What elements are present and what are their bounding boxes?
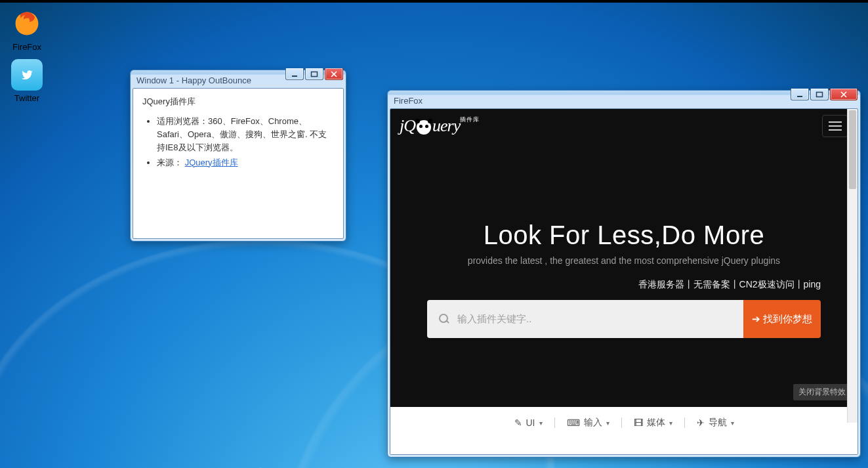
doc-bullet-prefix: 来源： [157, 158, 182, 167]
desktop-icon-label: FireFox [4, 42, 50, 52]
maximize-button[interactable] [305, 68, 323, 80]
menu-ui[interactable]: ✎ UI ▾ [503, 417, 554, 428]
chevron-down-icon: ▾ [669, 419, 672, 427]
titlebar[interactable]: FireFox [390, 93, 858, 108]
twitter-icon [11, 59, 43, 91]
search-placeholder: 输入插件关键字.. [457, 313, 531, 326]
menu-input[interactable]: ⌨ 输入 ▾ [555, 417, 621, 429]
hero: Look For Less,Do More provides the lates… [390, 143, 858, 266]
hero-title: Look For Less,Do More [390, 221, 858, 250]
hamburger-icon[interactable] [822, 115, 848, 137]
page-nav: jQuery 插件库 [390, 109, 858, 143]
search-button[interactable]: ➔ 找到你梦想 [743, 300, 821, 338]
window-title: FireFox [394, 96, 854, 106]
search-input[interactable]: 输入插件关键字.. [427, 300, 743, 338]
doc-link[interactable]: JQuery插件库 [185, 158, 238, 167]
film-icon: 🎞 [634, 417, 643, 428]
hero-area: jQuery 插件库 Look For Less,Do More provide… [390, 109, 858, 407]
window-firefox[interactable]: FireFox jQuery 插件库 Look For Less,Do More… [387, 90, 861, 457]
window-buttons [789, 89, 858, 100]
scrollbar[interactable] [847, 109, 858, 423]
brand-sup: 插件库 [460, 116, 480, 124]
window-buttons [284, 68, 343, 80]
brand-logo: jQuery [400, 116, 460, 136]
chevron-down-icon: ▾ [606, 419, 610, 427]
desktop-icon-label: Twitter [4, 93, 50, 103]
search-button-label: 找到你梦想 [763, 313, 812, 326]
webpage: jQuery 插件库 Look For Less,Do More provide… [390, 109, 858, 454]
keyboard-icon: ⌨ [567, 417, 580, 428]
chevron-down-icon: ▾ [731, 419, 734, 427]
svg-rect-1 [292, 75, 297, 77]
menu-nav[interactable]: ✈ 导航 ▾ [685, 417, 746, 429]
close-button[interactable] [325, 68, 343, 80]
doc-bullet: 适用浏览器：360、FireFox、Chrome、Safari、Opera、傲游… [157, 115, 334, 154]
search-icon [439, 314, 449, 324]
toggle-fx-button[interactable]: 关闭背景特效 [793, 384, 851, 400]
menu-label: 导航 [709, 417, 727, 429]
desktop-icon-firefox[interactable]: FireFox [4, 8, 50, 52]
document-body: JQuery插件库 适用浏览器：360、FireFox、Chrome、Safar… [133, 89, 343, 177]
maximize-button[interactable] [810, 89, 829, 100]
svg-rect-2 [312, 72, 318, 76]
hero-subtitle: provides the latest , the greatest and t… [390, 255, 858, 266]
menu-label: 媒体 [647, 417, 665, 429]
doc-bullet: 来源： JQuery插件库 [157, 156, 334, 169]
panda-icon [417, 120, 431, 135]
window-client: JQuery插件库 适用浏览器：360、FireFox、Chrome、Safar… [133, 88, 344, 239]
search-bar: 输入插件关键字.. ➔ 找到你梦想 [427, 300, 821, 338]
menu-label: 输入 [584, 417, 602, 429]
firefox-icon [11, 8, 43, 39]
menu-media[interactable]: 🎞 媒体 ▾ [622, 417, 684, 429]
top-strip [0, 0, 868, 3]
chevron-down-icon: ▾ [539, 419, 543, 427]
brush-icon: ✎ [514, 417, 522, 428]
minimize-button[interactable] [285, 68, 304, 80]
svg-rect-3 [797, 96, 802, 97]
menu-label: UI [526, 417, 535, 428]
close-button[interactable] [830, 89, 858, 100]
desktop-icon-twitter[interactable]: Twitter [4, 59, 50, 103]
bottom-menu: ✎ UI ▾ ⌨ 输入 ▾ 🎞 媒体 ▾ ✈ [390, 407, 858, 438]
paper-plane-icon: ✈ [697, 417, 705, 428]
promo-line: 香港服务器丨无需备案丨CN2极速访问丨ping [390, 266, 858, 295]
scrollbar-thumb[interactable] [849, 110, 856, 189]
arrow-right-icon: ➔ [752, 313, 760, 325]
doc-heading: JQuery插件库 [142, 95, 334, 108]
svg-rect-4 [817, 92, 823, 96]
window-outbounce[interactable]: Window 1 - Happy OutBounce JQuery插件库 适用浏… [130, 70, 346, 242]
brand[interactable]: jQuery 插件库 [400, 116, 482, 136]
window-client: jQuery 插件库 Look For Less,Do More provide… [390, 108, 858, 455]
minimize-button[interactable] [791, 89, 809, 100]
